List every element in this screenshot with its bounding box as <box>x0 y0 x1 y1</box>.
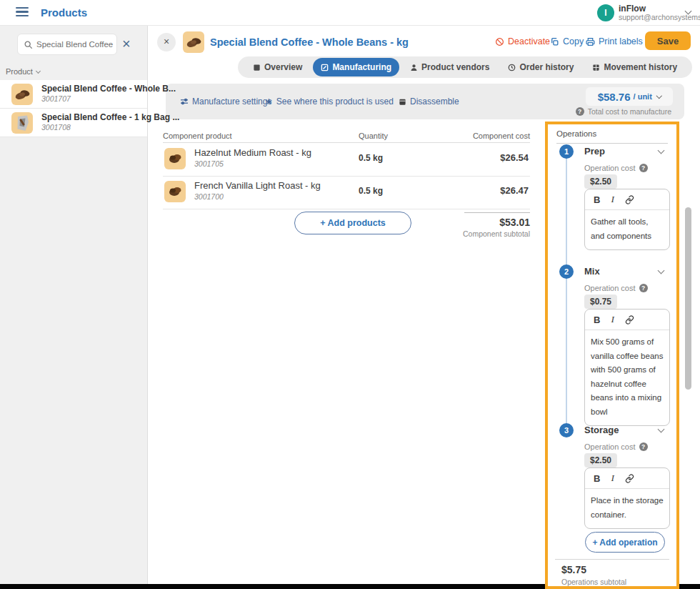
help-icon[interactable]: ? <box>576 107 584 116</box>
movement-icon <box>592 64 600 71</box>
link-icon[interactable] <box>625 195 634 204</box>
page-title: Products <box>41 6 87 19</box>
italic-button[interactable]: I <box>611 314 614 325</box>
avatar[interactable]: I <box>597 4 614 21</box>
italic-button[interactable]: I <box>611 194 614 205</box>
operation-cost-value[interactable]: $2.50 <box>584 174 617 189</box>
component-thumbnail <box>164 181 186 202</box>
editor-toolbar: B I <box>585 310 669 330</box>
divider <box>163 142 530 143</box>
operation-name: Mix <box>584 266 600 277</box>
detail-title: Special Blend Coffee - Whole Beans - kg <box>210 36 409 48</box>
operations-panel: Operations 1 Prep Operation cost? $2.50 … <box>545 122 679 589</box>
chevron-down-icon[interactable] <box>658 147 665 154</box>
close-button[interactable]: × <box>157 33 176 51</box>
bold-button[interactable]: B <box>594 194 600 205</box>
search-icon <box>24 40 33 49</box>
chevron-down-icon[interactable] <box>658 426 665 433</box>
help-icon[interactable]: ? <box>639 284 648 292</box>
operation-note[interactable]: Gather all tools, and components <box>585 210 669 249</box>
product-name: Special Blend Coffee - Whole B... <box>41 84 176 94</box>
operation-number-badge: 3 <box>559 423 574 437</box>
link-icon[interactable] <box>625 315 634 325</box>
copy-button[interactable]: Copy <box>550 36 584 46</box>
disassemble-button[interactable]: Disassemble <box>399 96 459 107</box>
unit-cost-dropdown[interactable]: $58.76 / unit <box>586 87 673 106</box>
product-sku: 3001707 <box>41 94 71 103</box>
hamburger-menu-icon[interactable] <box>16 7 29 17</box>
operations-connector-line <box>566 157 567 428</box>
component-row[interactable]: French Vanilla Light Roast - kg 3001700 … <box>163 178 530 209</box>
operations-subtotal-label: Operations subtotal <box>561 578 626 586</box>
page: Products I inFlow support@archonsystems.… <box>0 0 700 589</box>
operation-note[interactable]: Place in the storage container. <box>585 489 669 528</box>
component-name: Hazelnut Medium Roast - kg <box>194 147 311 158</box>
operation-cost-value[interactable]: $0.75 <box>584 294 617 309</box>
add-products-button[interactable]: + Add products <box>294 212 411 234</box>
component-quantity: 0.5 kg <box>359 153 383 163</box>
component-row[interactable]: Hazelnut Medium Roast - kg 3001705 0.5 k… <box>163 145 530 177</box>
divider <box>555 559 669 560</box>
component-cost: $26.47 <box>500 185 529 196</box>
operation-number-badge: 2 <box>559 264 574 279</box>
save-button[interactable]: Save <box>645 31 691 50</box>
manufacture-settings-button[interactable]: Manufacture settings <box>180 96 271 107</box>
add-operation-button[interactable]: + Add operation <box>585 532 665 553</box>
chevron-down-icon[interactable] <box>658 267 665 274</box>
vertical-scrollbar[interactable] <box>685 207 691 390</box>
tab-product-vendors[interactable]: Product vendors <box>402 56 497 78</box>
tab-movement-history[interactable]: Movement history <box>584 56 685 78</box>
product-thumbnail-bag <box>11 112 33 134</box>
product-filter-dropdown[interactable]: Product <box>6 67 40 76</box>
editor-toolbar: B I <box>585 189 669 210</box>
search-input[interactable] <box>36 40 114 49</box>
manufacturing-icon <box>321 64 329 71</box>
sidebar-product-item[interactable]: Special Blend Coffee - Whole B... 300170… <box>0 80 147 109</box>
col-header-component-cost: Component cost <box>429 132 530 140</box>
component-subtotal-value: $53.01 <box>429 217 530 228</box>
italic-button[interactable]: I <box>611 472 614 484</box>
deactivate-button[interactable]: Deactivate <box>495 36 550 46</box>
bold-button[interactable]: B <box>594 315 600 325</box>
component-quantity: 0.5 kg <box>359 186 383 196</box>
detail-product-thumbnail <box>183 31 204 53</box>
print-labels-button[interactable]: Print labels <box>586 36 643 46</box>
clock-icon <box>508 64 516 71</box>
component-name: French Vanilla Light Roast - kg <box>194 180 321 191</box>
operation-name: Storage <box>584 425 619 435</box>
component-cost: $26.54 <box>500 152 529 163</box>
col-header-quantity: Quantity <box>359 132 388 140</box>
component-sku: 3001700 <box>194 192 224 201</box>
see-where-used-button[interactable]: ★ See where this product is used <box>265 96 394 107</box>
printer-icon <box>586 37 595 46</box>
user-name: inFlow <box>619 4 646 14</box>
tab-overview[interactable]: Overview <box>245 56 310 78</box>
operation-cost-value[interactable]: $2.50 <box>584 453 617 467</box>
product-sku: 3001708 <box>41 123 71 132</box>
search-clear-icon[interactable]: × <box>122 36 131 51</box>
star-icon: ★ <box>265 97 273 106</box>
tab-manufacturing[interactable]: Manufacturing <box>313 58 399 76</box>
copy-icon <box>550 37 559 46</box>
operations-subtotal-value: $5.75 <box>561 564 586 575</box>
operation-note[interactable]: Mix 500 grams of vanilla coffee beans wi… <box>585 330 669 425</box>
editor-toolbar: B I <box>585 468 669 489</box>
operation-cost-label: Operation cost? <box>584 284 648 292</box>
operation-cost-label: Operation cost? <box>584 442 648 451</box>
link-icon[interactable] <box>625 474 634 483</box>
disassemble-icon <box>399 98 406 106</box>
overview-icon <box>253 64 261 71</box>
sidebar-product-item[interactable]: Special Blend Coffee - 1 kg Bag ... 3001… <box>0 109 147 137</box>
tab-order-history[interactable]: Order history <box>500 56 581 78</box>
operation-cost-label: Operation cost? <box>584 164 648 172</box>
deactivate-icon <box>495 37 504 46</box>
chevron-down-icon <box>656 93 662 99</box>
bold-button[interactable]: B <box>594 473 600 484</box>
operation-note-editor: B I Mix 500 grams of vanilla coffee bean… <box>584 309 670 426</box>
operation-note-editor: B I Gather all tools, and components <box>584 189 670 250</box>
person-icon <box>410 64 418 71</box>
help-icon[interactable]: ? <box>639 164 648 172</box>
operation-number-badge: 1 <box>559 144 574 159</box>
help-icon[interactable]: ? <box>639 442 648 451</box>
detail-tabs: Overview Manufacturing Product vendors O… <box>238 56 692 78</box>
